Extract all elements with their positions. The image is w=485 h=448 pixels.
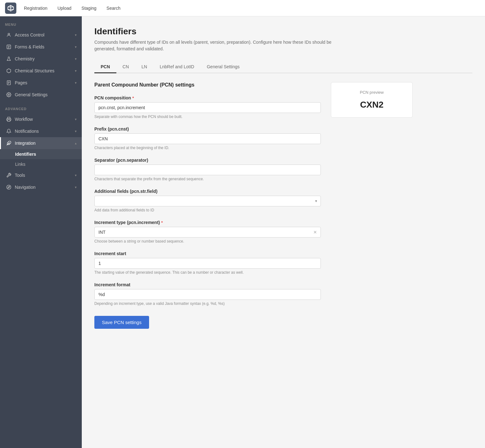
- input-increment-start[interactable]: [94, 258, 321, 269]
- sidebar-item-forms-fields[interactable]: Forms & Fields ▾: [0, 41, 82, 53]
- svg-point-14: [8, 94, 9, 95]
- clearable-wrapper-increment-type: ✕: [94, 227, 321, 238]
- preview-section: PCN preview CXN2: [331, 82, 413, 329]
- form-group-separator: Separator (pcn.separator) Characters tha…: [94, 158, 321, 181]
- preview-value: CXN2: [339, 100, 405, 110]
- tab-pcn[interactable]: PCN: [94, 61, 116, 73]
- chevron-icon: ▾: [75, 129, 77, 133]
- tab-lnbref-lotid[interactable]: LnbRef and LotID: [153, 61, 201, 73]
- content-area: Parent Compound Number (PCN) settings PC…: [94, 82, 440, 329]
- sidebar-item-general-settings[interactable]: General Settings: [0, 89, 82, 101]
- sidebar-item-pages[interactable]: Pages ▾: [0, 77, 82, 89]
- gear-icon: [6, 92, 12, 98]
- hint-increment-format: Depending on increment type, use a valid…: [94, 301, 321, 306]
- tab-cn[interactable]: CN: [116, 61, 135, 73]
- chevron-icon: ▾: [75, 45, 77, 49]
- top-nav-items: Registration Upload Staging Search: [24, 4, 120, 12]
- preview-box: PCN preview CXN2: [331, 82, 413, 118]
- sidebar-label-pages: Pages: [15, 80, 27, 85]
- input-prefix[interactable]: [94, 133, 321, 144]
- save-pcn-settings-button[interactable]: Save PCN settings: [94, 316, 149, 329]
- sidebar-item-chemistry[interactable]: Chemistry ▾: [0, 53, 82, 65]
- label-separator: Separator (pcn.separator): [94, 158, 321, 163]
- svg-point-3: [8, 33, 9, 35]
- form-group-increment-format: Increment format Depending on increment …: [94, 282, 321, 306]
- chevron-up-icon: ▴: [75, 141, 77, 145]
- chevron-icon: ▾: [75, 69, 77, 73]
- hexagon-icon: [6, 68, 12, 74]
- tab-ln[interactable]: LN: [135, 61, 153, 73]
- sidebar-item-workflow[interactable]: Workflow ▾: [0, 113, 82, 125]
- label-pcn-composition: PCN composition *: [94, 95, 321, 100]
- page-description: Compounds have different type of IDs on …: [94, 39, 333, 52]
- sidebar-item-left: Chemical Structures: [6, 68, 54, 74]
- input-pcn-composition[interactable]: [94, 102, 321, 113]
- required-star: *: [132, 96, 134, 100]
- sidebar-label-forms-fields: Forms & Fields: [15, 44, 44, 49]
- sidebar-label-tools: Tools: [15, 173, 25, 178]
- tab-general-settings[interactable]: General Settings: [200, 61, 246, 73]
- sidebar-item-navigation[interactable]: Navigation ▾: [0, 181, 82, 193]
- select-additional-fields[interactable]: [94, 196, 321, 206]
- sidebar-item-left: Workflow: [6, 116, 33, 122]
- label-prefix: Prefix (pcn.cnst): [94, 126, 321, 132]
- sidebar-label-chemistry: Chemistry: [15, 56, 35, 61]
- sidebar-item-left: Chemistry: [6, 56, 35, 62]
- sidebar-item-left: Pages: [6, 80, 27, 86]
- hint-additional-fields: Add data from additional fields to ID: [94, 208, 321, 212]
- sidebar-item-left: General Settings: [6, 92, 47, 98]
- input-increment-format[interactable]: [94, 289, 321, 300]
- hint-pcn-composition: Separate with commas how the PCN should …: [94, 115, 321, 119]
- sidebar-item-access-control[interactable]: Access Control ▾: [0, 29, 82, 41]
- form-group-prefix: Prefix (pcn.cnst) Characters placed at t…: [94, 126, 321, 150]
- nav-registration[interactable]: Registration: [24, 4, 47, 12]
- compass-icon: [6, 184, 12, 190]
- sidebar-subitem-identifiers[interactable]: Identifiers: [0, 149, 82, 159]
- svg-point-18: [7, 185, 11, 189]
- input-separator[interactable]: [94, 165, 321, 175]
- hint-separator: Characters that separate the prefix from…: [94, 177, 321, 181]
- top-nav: Registration Upload Staging Search: [0, 0, 485, 16]
- sidebar-label-navigation: Navigation: [15, 185, 36, 190]
- nav-upload[interactable]: Upload: [58, 4, 71, 12]
- sidebar-item-left: Tools: [6, 172, 25, 178]
- sidebar-label-access-control: Access Control: [15, 32, 44, 37]
- sidebar-item-left: Access Control: [6, 32, 44, 38]
- chevron-icon: ▾: [75, 117, 77, 121]
- sidebar-item-integration[interactable]: Integration ▴: [0, 137, 82, 149]
- input-increment-type[interactable]: [94, 227, 321, 238]
- form-section: Parent Compound Number (PCN) settings PC…: [94, 82, 321, 329]
- form-group-pcn-composition: PCN composition * Separate with commas h…: [94, 95, 321, 119]
- label-increment-type: Increment type (pcn.increment) *: [94, 220, 321, 225]
- svg-marker-19: [8, 186, 10, 188]
- chevron-icon: ▾: [75, 81, 77, 85]
- sidebar-label-general-settings: General Settings: [15, 92, 47, 97]
- sidebar-item-chemical-structures[interactable]: Chemical Structures ▾: [0, 65, 82, 77]
- sidebar-item-tools[interactable]: Tools ▾: [0, 169, 82, 181]
- chevron-icon: ▾: [75, 57, 77, 61]
- clear-increment-type-button[interactable]: ✕: [313, 230, 317, 235]
- app-logo[interactable]: [5, 3, 16, 14]
- section-title: Parent Compound Number (PCN) settings: [94, 82, 321, 88]
- person-icon: [6, 32, 12, 38]
- pages-icon: [6, 80, 12, 86]
- main-content: Identifiers Compounds have different typ…: [82, 16, 485, 448]
- layout: MENU Access Control ▾ Forms & Fields ▾: [0, 16, 485, 448]
- sidebar-advanced-label: ADVANCED: [0, 101, 82, 113]
- nav-staging[interactable]: Staging: [81, 4, 96, 12]
- sidebar-menu-label: MENU: [0, 16, 82, 29]
- required-star: *: [161, 220, 163, 225]
- sidebar-item-notifications[interactable]: Notifications ▾: [0, 125, 82, 137]
- preview-label: PCN preview: [339, 90, 405, 95]
- form-group-additional-fields: Additional fields (pcn.str.field) ▾ Add …: [94, 189, 321, 212]
- tabs: PCN CN LN LnbRef and LotID General Setti…: [94, 61, 472, 73]
- sidebar-subitem-links[interactable]: Links: [0, 159, 82, 169]
- nav-search[interactable]: Search: [107, 4, 120, 12]
- label-increment-format: Increment format: [94, 282, 321, 287]
- chevron-icon: ▾: [75, 33, 77, 37]
- sidebar-item-left: Forms & Fields: [6, 44, 44, 50]
- form-group-increment-type: Increment type (pcn.increment) * ✕ Choos…: [94, 220, 321, 244]
- chemistry-icon: [6, 56, 12, 62]
- hint-prefix: Characters placed at the beginning of th…: [94, 146, 321, 150]
- label-additional-fields: Additional fields (pcn.str.field): [94, 189, 321, 194]
